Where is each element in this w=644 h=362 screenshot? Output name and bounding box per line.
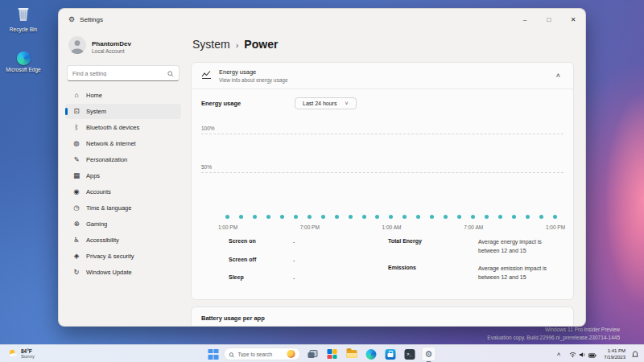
window-controls: – □ ✕ [513,9,585,30]
search-icon [167,66,174,80]
sidebar-item-privacy-security[interactable]: ◈ Privacy & security [65,249,181,264]
sidebar-item-accounts[interactable]: ◉ Accounts [65,184,181,200]
chart-point [416,215,420,219]
stat-screen-off: Screen off - [229,257,388,265]
weather-icon [8,347,18,361]
avatar [68,36,86,57]
x-axis-tick: 1:00 AM [376,224,408,230]
taskbar-clock[interactable]: 1:41 PM 7/19/2023 [604,348,625,360]
edge-icon [365,349,376,360]
sidebar-item-windows-update[interactable]: ↻ Windows Update [65,265,181,280]
chart-dots [225,215,557,219]
user-profile[interactable]: PhantomDev Local Account [65,33,181,64]
search-highlight-icon [287,350,295,358]
update-icon: ↻ [72,269,80,276]
breadcrumb-system[interactable]: System [192,38,230,51]
desktop-icon-recycle-bin[interactable]: Recycle Bin [2,6,45,33]
weather-condition: Sunny [21,354,35,360]
sidebar-item-network-internet[interactable]: ◍ Network & internet [65,136,181,151]
settings-search-box[interactable] [67,65,180,81]
clock-icon: ◷ [72,204,80,212]
file-explorer-icon [346,350,357,358]
system-tray: ˄ 1:41 PM 7/19/2023 [555,345,640,362]
notifications-bell-icon[interactable] [630,351,640,358]
settings-search-input[interactable] [72,71,167,76]
desktop-icon-microsoft-edge[interactable]: Microsoft Edge [2,51,45,73]
tray-overflow-chevron-icon[interactable]: ˄ [555,351,563,358]
taskbar-app-widgets[interactable] [325,347,340,361]
sidebar-item-apps[interactable]: ▦ Apps [65,168,181,183]
system-icon: ⊡ [72,108,80,115]
chart-point [362,215,366,219]
sidebar-item-accessibility[interactable]: ♿ Accessibility [65,232,181,248]
collapse-chevron-icon[interactable]: ˄ [553,72,564,80]
taskbar-app-task-view[interactable] [306,347,320,361]
sidebar: PhantomDev Local Account ⌂ Home [59,30,188,327]
settings-window: ⚙ Settings – □ ✕ [58,8,586,327]
task-view-icon [308,350,318,358]
taskbar-app-store[interactable] [383,347,398,361]
maximize-button[interactable]: □ [537,9,561,30]
edge-icon [17,51,31,65]
taskbar-search-input[interactable] [238,352,284,357]
card-title: Energy usage [219,68,288,76]
window-titlebar[interactable]: ⚙ Settings – □ ✕ [59,9,585,30]
x-axis-tick: 7:00 AM [457,224,489,230]
y-axis-tick-50: 50% [201,164,214,170]
chart-point [430,215,434,219]
insider-watermark: Windows 11 Pro Insider Preview Evaluatio… [487,326,620,341]
chart-point [539,215,543,219]
taskbar-center: ⚙ [208,345,436,362]
chevron-down-icon: ˅ [345,101,348,106]
recycle-bin-icon [16,6,31,25]
card-subtitle: View info about energy usage [219,77,288,83]
chart-point [266,215,270,219]
network-icon: ◍ [72,140,80,147]
account-type: Local Account [92,48,131,54]
chart-point [402,215,407,219]
main-content: System › Power Energy us [188,30,585,327]
weather-widget[interactable]: 84°F Sunny [4,345,39,362]
taskbar-app-file-explorer[interactable] [345,347,359,361]
x-axis-tick: 1:00 PM [539,224,572,230]
minimize-button[interactable]: – [513,9,537,30]
page-title: Power [244,38,278,51]
network-volume-battery-group[interactable] [567,345,599,362]
close-button[interactable]: ✕ [561,9,585,30]
sidebar-item-home[interactable]: ⌂ Home [65,88,181,103]
chart-point [471,215,475,219]
y-axis-tick-100: 100% [201,125,217,131]
chart-point [389,215,393,219]
apps-icon: ▦ [72,172,80,179]
chart-point [321,215,325,219]
x-axis-tick: 7:00 PM [294,224,326,230]
sidebar-item-gaming[interactable]: ⊕ Gaming [65,216,181,232]
search-icon [229,347,235,361]
desktop-icon-label: Recycle Bin [10,27,37,33]
battery-icon [588,347,597,361]
taskbar-app-edge[interactable] [364,347,378,361]
chart-point [349,215,353,219]
chart-point [498,215,502,219]
start-button[interactable] [208,349,219,360]
energy-usage-chart: 100% 50% 1:00 PM 7:00 PM 1:00 AM 7:00 AM… [201,117,564,230]
sidebar-item-personalization[interactable]: ✎ Personalization [65,152,181,167]
taskbar-app-terminal[interactable] [402,347,417,361]
stat-screen-on: Screen on - [229,238,388,247]
sidebar-item-system[interactable]: ⊡ System [65,104,181,119]
accessibility-icon: ♿ [72,237,80,244]
energy-usage-card-header[interactable]: Energy usage View info about energy usag… [192,63,573,88]
home-icon: ⌂ [72,92,80,99]
chart-point [239,215,243,219]
breadcrumb-separator: › [236,39,239,50]
sidebar-item-bluetooth-devices[interactable]: ᛒ Bluetooth & devices [65,120,181,135]
breadcrumb: System › Power [192,38,574,51]
taskbar-app-settings[interactable]: ⚙ [422,347,436,361]
widgets-icon [328,349,337,359]
sidebar-item-time-language[interactable]: ◷ Time & language [65,200,181,216]
taskbar-search-box[interactable] [224,348,301,360]
time-range-dropdown[interactable]: Last 24 hours ˅ [295,97,357,109]
stat-total-energy: Total Energy Average energy impact is be… [388,238,564,255]
sidebar-nav: ⌂ Home ⊡ System ᛒ Bluetooth & devices ◍ … [65,88,181,281]
chart-point [335,215,339,219]
